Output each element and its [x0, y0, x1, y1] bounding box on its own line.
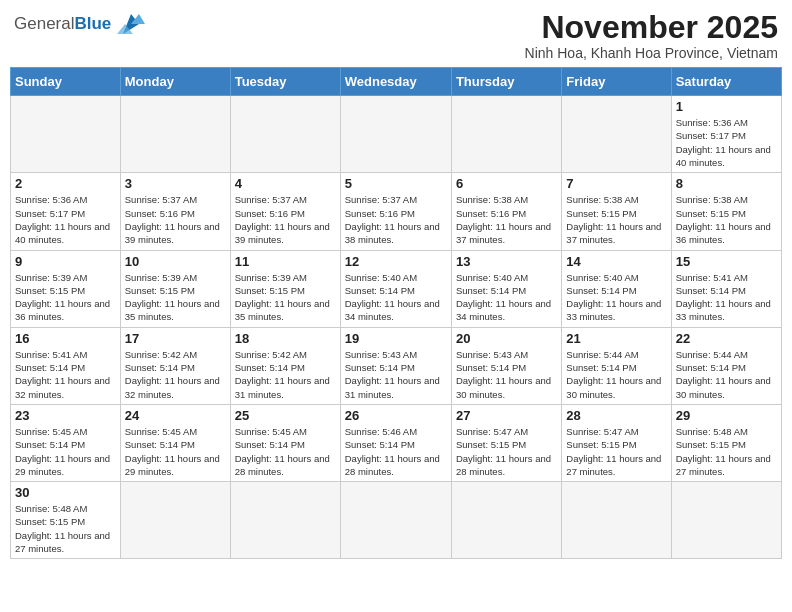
calendar-table: SundayMondayTuesdayWednesdayThursdayFrid…	[10, 67, 782, 559]
calendar-day-cell: 1Sunrise: 5:36 AM Sunset: 5:17 PM Daylig…	[671, 96, 781, 173]
day-info: Sunrise: 5:47 AM Sunset: 5:15 PM Dayligh…	[456, 425, 557, 478]
calendar-day-cell	[230, 96, 340, 173]
day-header-monday: Monday	[120, 68, 230, 96]
day-number: 20	[456, 331, 557, 346]
calendar-day-cell	[671, 482, 781, 559]
day-number: 1	[676, 99, 777, 114]
month-title: November 2025	[525, 10, 778, 45]
calendar-week-row: 23Sunrise: 5:45 AM Sunset: 5:14 PM Dayli…	[11, 404, 782, 481]
calendar-day-cell: 15Sunrise: 5:41 AM Sunset: 5:14 PM Dayli…	[671, 250, 781, 327]
day-number: 30	[15, 485, 116, 500]
day-info: Sunrise: 5:36 AM Sunset: 5:17 PM Dayligh…	[676, 116, 777, 169]
calendar-day-cell	[340, 482, 451, 559]
day-number: 10	[125, 254, 226, 269]
location-title: Ninh Hoa, Khanh Hoa Province, Vietnam	[525, 45, 778, 61]
calendar-day-cell	[11, 96, 121, 173]
logo-icon	[115, 10, 147, 38]
calendar-day-cell	[562, 482, 671, 559]
logo-area: General Blue	[14, 10, 147, 38]
day-number: 12	[345, 254, 447, 269]
day-number: 27	[456, 408, 557, 423]
calendar-week-row: 2Sunrise: 5:36 AM Sunset: 5:17 PM Daylig…	[11, 173, 782, 250]
day-info: Sunrise: 5:48 AM Sunset: 5:15 PM Dayligh…	[676, 425, 777, 478]
calendar-week-row: 1Sunrise: 5:36 AM Sunset: 5:17 PM Daylig…	[11, 96, 782, 173]
calendar-day-cell: 23Sunrise: 5:45 AM Sunset: 5:14 PM Dayli…	[11, 404, 121, 481]
calendar-day-cell: 18Sunrise: 5:42 AM Sunset: 5:14 PM Dayli…	[230, 327, 340, 404]
day-info: Sunrise: 5:40 AM Sunset: 5:14 PM Dayligh…	[345, 271, 447, 324]
calendar-day-cell: 27Sunrise: 5:47 AM Sunset: 5:15 PM Dayli…	[451, 404, 561, 481]
day-info: Sunrise: 5:38 AM Sunset: 5:16 PM Dayligh…	[456, 193, 557, 246]
day-number: 9	[15, 254, 116, 269]
day-number: 6	[456, 176, 557, 191]
calendar-day-cell	[120, 96, 230, 173]
calendar-day-cell: 11Sunrise: 5:39 AM Sunset: 5:15 PM Dayli…	[230, 250, 340, 327]
day-number: 18	[235, 331, 336, 346]
day-header-saturday: Saturday	[671, 68, 781, 96]
calendar-day-cell: 17Sunrise: 5:42 AM Sunset: 5:14 PM Dayli…	[120, 327, 230, 404]
calendar-day-cell: 9Sunrise: 5:39 AM Sunset: 5:15 PM Daylig…	[11, 250, 121, 327]
day-number: 11	[235, 254, 336, 269]
day-number: 15	[676, 254, 777, 269]
day-number: 14	[566, 254, 666, 269]
day-info: Sunrise: 5:39 AM Sunset: 5:15 PM Dayligh…	[235, 271, 336, 324]
logo-general-text: General	[14, 14, 74, 34]
calendar-day-cell: 22Sunrise: 5:44 AM Sunset: 5:14 PM Dayli…	[671, 327, 781, 404]
day-info: Sunrise: 5:39 AM Sunset: 5:15 PM Dayligh…	[125, 271, 226, 324]
calendar-day-cell: 10Sunrise: 5:39 AM Sunset: 5:15 PM Dayli…	[120, 250, 230, 327]
day-info: Sunrise: 5:42 AM Sunset: 5:14 PM Dayligh…	[125, 348, 226, 401]
calendar-day-cell: 19Sunrise: 5:43 AM Sunset: 5:14 PM Dayli…	[340, 327, 451, 404]
logo: General Blue	[14, 10, 147, 38]
calendar-day-cell	[340, 96, 451, 173]
day-number: 24	[125, 408, 226, 423]
calendar-day-cell: 3Sunrise: 5:37 AM Sunset: 5:16 PM Daylig…	[120, 173, 230, 250]
calendar-day-cell	[451, 482, 561, 559]
day-header-wednesday: Wednesday	[340, 68, 451, 96]
calendar-day-cell: 20Sunrise: 5:43 AM Sunset: 5:14 PM Dayli…	[451, 327, 561, 404]
calendar-day-cell: 13Sunrise: 5:40 AM Sunset: 5:14 PM Dayli…	[451, 250, 561, 327]
calendar-day-cell: 29Sunrise: 5:48 AM Sunset: 5:15 PM Dayli…	[671, 404, 781, 481]
day-number: 8	[676, 176, 777, 191]
day-number: 13	[456, 254, 557, 269]
day-header-friday: Friday	[562, 68, 671, 96]
day-header-tuesday: Tuesday	[230, 68, 340, 96]
calendar-day-cell	[230, 482, 340, 559]
calendar-header-row: SundayMondayTuesdayWednesdayThursdayFrid…	[11, 68, 782, 96]
day-number: 29	[676, 408, 777, 423]
day-number: 21	[566, 331, 666, 346]
day-info: Sunrise: 5:38 AM Sunset: 5:15 PM Dayligh…	[676, 193, 777, 246]
calendar-week-row: 9Sunrise: 5:39 AM Sunset: 5:15 PM Daylig…	[11, 250, 782, 327]
day-info: Sunrise: 5:37 AM Sunset: 5:16 PM Dayligh…	[235, 193, 336, 246]
title-area: November 2025 Ninh Hoa, Khanh Hoa Provin…	[525, 10, 778, 61]
calendar-day-cell: 8Sunrise: 5:38 AM Sunset: 5:15 PM Daylig…	[671, 173, 781, 250]
day-info: Sunrise: 5:45 AM Sunset: 5:14 PM Dayligh…	[15, 425, 116, 478]
day-header-sunday: Sunday	[11, 68, 121, 96]
day-info: Sunrise: 5:43 AM Sunset: 5:14 PM Dayligh…	[456, 348, 557, 401]
day-info: Sunrise: 5:40 AM Sunset: 5:14 PM Dayligh…	[566, 271, 666, 324]
day-number: 25	[235, 408, 336, 423]
calendar-day-cell: 30Sunrise: 5:48 AM Sunset: 5:15 PM Dayli…	[11, 482, 121, 559]
calendar-day-cell: 26Sunrise: 5:46 AM Sunset: 5:14 PM Dayli…	[340, 404, 451, 481]
day-info: Sunrise: 5:41 AM Sunset: 5:14 PM Dayligh…	[676, 271, 777, 324]
day-info: Sunrise: 5:43 AM Sunset: 5:14 PM Dayligh…	[345, 348, 447, 401]
day-number: 7	[566, 176, 666, 191]
day-info: Sunrise: 5:38 AM Sunset: 5:15 PM Dayligh…	[566, 193, 666, 246]
calendar-day-cell: 14Sunrise: 5:40 AM Sunset: 5:14 PM Dayli…	[562, 250, 671, 327]
calendar-day-cell: 6Sunrise: 5:38 AM Sunset: 5:16 PM Daylig…	[451, 173, 561, 250]
calendar-day-cell	[120, 482, 230, 559]
calendar-week-row: 30Sunrise: 5:48 AM Sunset: 5:15 PM Dayli…	[11, 482, 782, 559]
day-number: 3	[125, 176, 226, 191]
calendar-day-cell	[451, 96, 561, 173]
day-number: 28	[566, 408, 666, 423]
day-info: Sunrise: 5:40 AM Sunset: 5:14 PM Dayligh…	[456, 271, 557, 324]
day-info: Sunrise: 5:37 AM Sunset: 5:16 PM Dayligh…	[345, 193, 447, 246]
day-info: Sunrise: 5:42 AM Sunset: 5:14 PM Dayligh…	[235, 348, 336, 401]
calendar-day-cell: 2Sunrise: 5:36 AM Sunset: 5:17 PM Daylig…	[11, 173, 121, 250]
day-info: Sunrise: 5:41 AM Sunset: 5:14 PM Dayligh…	[15, 348, 116, 401]
day-info: Sunrise: 5:48 AM Sunset: 5:15 PM Dayligh…	[15, 502, 116, 555]
calendar-day-cell: 4Sunrise: 5:37 AM Sunset: 5:16 PM Daylig…	[230, 173, 340, 250]
day-number: 19	[345, 331, 447, 346]
calendar-day-cell: 16Sunrise: 5:41 AM Sunset: 5:14 PM Dayli…	[11, 327, 121, 404]
day-number: 23	[15, 408, 116, 423]
day-number: 17	[125, 331, 226, 346]
day-number: 4	[235, 176, 336, 191]
